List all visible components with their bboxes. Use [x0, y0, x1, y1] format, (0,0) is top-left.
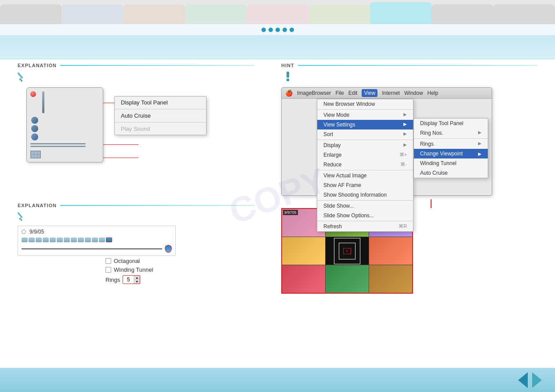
dropdown-shooting-info[interactable]: Show Shooting Information [317, 190, 413, 200]
tab-8[interactable] [432, 4, 493, 24]
tool-panel-box [26, 87, 103, 162]
dot-1 [261, 28, 266, 32]
tick-2 [29, 237, 35, 242]
nav-next-button[interactable] [532, 372, 542, 388]
img-cell-7 [282, 265, 325, 293]
dropdown-af-frame[interactable]: Show AF Frame [317, 180, 413, 190]
dropdown-view-mode[interactable]: View Mode▶ [317, 110, 413, 120]
img-cell-4 [282, 237, 325, 265]
tool-panel-close-btn[interactable] [30, 91, 36, 97]
scroll-panel: 9/9/05 [18, 226, 176, 256]
winding-tunnel-checkbox[interactable] [105, 267, 111, 273]
tick-5 [50, 237, 56, 242]
rings-down-btn[interactable]: ▼ [134, 280, 140, 284]
menu-view[interactable]: View [362, 89, 377, 97]
tab-2[interactable] [62, 4, 123, 24]
tab-5[interactable] [247, 4, 308, 24]
section-line-bottom [60, 205, 255, 206]
scroll-thumb[interactable] [106, 237, 112, 242]
tool-menu-popup: Display Tool Panel Auto Cruise Play Soun… [114, 96, 207, 135]
pencil-icon-bottom [18, 210, 272, 224]
dropdown-new-browser[interactable]: New Browser Window [317, 99, 413, 109]
tick-11 [92, 237, 98, 242]
scroll-ticks-row [20, 236, 174, 244]
explanation-label-bottom: EXPLANATION [0, 199, 272, 210]
menu-help[interactable]: Help [428, 90, 439, 96]
tab-9[interactable] [493, 4, 555, 24]
tab-7[interactable] [370, 2, 432, 24]
hint-label-top: HINT [272, 59, 555, 70]
menu-item-auto-cruise[interactable]: Auto Cruise [115, 110, 206, 122]
hint-section-line [298, 65, 537, 66]
menu-item-play-sound[interactable]: Play Sound [115, 123, 206, 135]
dots-row [0, 24, 555, 35]
submenu-rings[interactable]: Rings▶ [414, 139, 488, 149]
img-cell-center: b [326, 237, 369, 265]
menu-item-display-tool-panel[interactable]: Display Tool Panel [115, 97, 206, 108]
svg-rect-4 [287, 79, 289, 81]
winding-tunnel-row: Winding Tunnel [105, 266, 272, 273]
menu-edit[interactable]: Edit [348, 90, 358, 96]
inner-rect: b [343, 248, 351, 254]
nav-prev-button[interactable] [518, 372, 528, 388]
middle-rect: b [339, 243, 355, 259]
rings-value: 5 [123, 276, 134, 284]
dropdown-slide-show-options[interactable]: Slide Show Options... [317, 211, 413, 220]
tab-4[interactable] [185, 4, 247, 24]
date-label: 9/9/05 [29, 229, 44, 235]
apple-menu[interactable]: 🍎 [285, 90, 293, 97]
menu-file[interactable]: File [335, 90, 344, 96]
tick-9 [78, 237, 84, 242]
dropdown-display[interactable]: Display▶ [317, 140, 413, 150]
scroll-bottom-row [20, 244, 174, 254]
view-dropdown: New Browser Window View Mode▶ View Setti… [317, 99, 414, 232]
submenu-auto-cruise[interactable]: Auto Cruise [414, 168, 488, 178]
img-cell-8 [326, 265, 369, 293]
tab-6[interactable] [308, 4, 370, 24]
scroll-line [22, 248, 162, 249]
dot-4 [283, 28, 287, 32]
dropdown-view-actual[interactable]: View Actual Image [317, 171, 413, 180]
dropdown-sort[interactable]: Sort▶ [317, 129, 413, 139]
menu-screenshot-area: 🍎 ImageBrowser File Edit View Internet W… [281, 87, 555, 196]
submenu-ring-nos[interactable]: Ring Nos.▶ [414, 128, 488, 138]
outer-rect: b [334, 238, 360, 264]
top-sections: EXPLANATION [0, 59, 555, 196]
water-drop [165, 245, 172, 253]
dropdown-slide-show[interactable]: Slide Show... [317, 201, 413, 211]
svg-rect-6 [18, 212, 23, 218]
tick-1 [22, 237, 28, 242]
menu-internet[interactable]: Internet [382, 90, 400, 96]
menu-imagebrowser[interactable]: ImageBrowser [297, 90, 331, 96]
svg-rect-3 [287, 72, 289, 78]
menu-window[interactable]: Window [404, 90, 423, 96]
tab-1[interactable] [0, 4, 62, 24]
dot-2 [268, 28, 273, 32]
tab-3[interactable] [123, 4, 185, 24]
tick-4 [43, 237, 49, 242]
dropdown-view-settings[interactable]: View Settings▶ [317, 120, 413, 129]
rings-up-btn[interactable]: ▲ [134, 276, 140, 280]
submenu-display-tool-panel[interactable]: Display Tool Panel [414, 119, 488, 128]
annotation-line-3 [103, 158, 138, 158]
dot-5 [290, 28, 294, 32]
rings-stepper[interactable]: 5 ▲ ▼ [123, 275, 140, 284]
tool-panel-slider[interactable] [42, 91, 44, 113]
octagonal-checkbox[interactable] [105, 258, 111, 264]
bottom-sections: EXPLANATION 9/9/05 [0, 199, 555, 294]
dropdown-reduce[interactable]: Reduce⌘- [317, 160, 413, 169]
dropdown-refresh[interactable]: Refresh⌘R [317, 222, 413, 231]
octagonal-label: Octagonal [114, 258, 140, 264]
submenu-change-viewpoint[interactable]: Change Viewpoint▶ [414, 149, 488, 158]
radio-btn[interactable] [22, 230, 26, 234]
image-grid-section: 9/9705 b [272, 199, 555, 294]
explanation-section-bottom: EXPLANATION 9/9/05 [0, 199, 272, 294]
submenu-winding-tunnel[interactable]: Winding Tunnel [414, 158, 488, 168]
explanation-label-top: EXPLANATION [0, 59, 272, 70]
bottom-nav [0, 368, 555, 392]
rings-spinner-btns[interactable]: ▲ ▼ [134, 276, 140, 284]
dropdown-enlarge[interactable]: Enlarge⌘+ [317, 150, 413, 160]
red-arrow-line [431, 199, 432, 208]
tick-3 [36, 237, 42, 242]
tick-7 [64, 237, 70, 242]
